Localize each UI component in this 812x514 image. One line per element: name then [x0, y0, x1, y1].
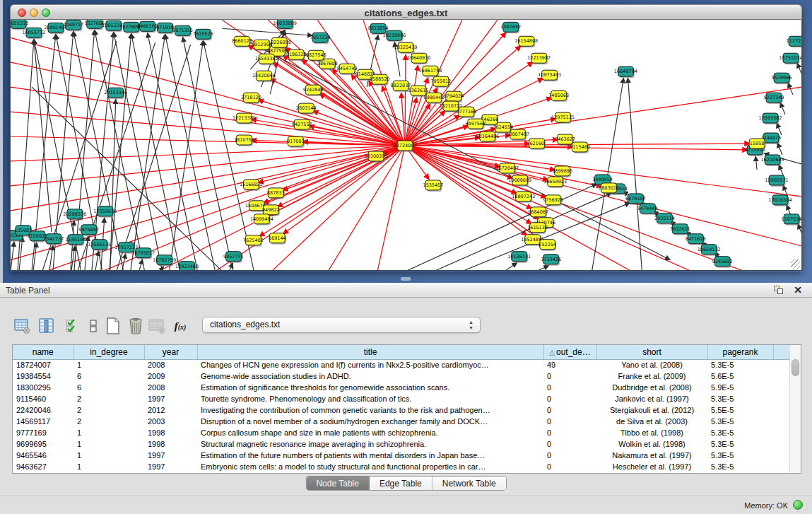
- cell[interactable]: Disruption of a novel member of a sodium…: [197, 416, 543, 427]
- cell[interactable]: Structural magnetic resonance image aver…: [197, 438, 543, 450]
- cell[interactable]: 2: [73, 393, 144, 404]
- cell[interactable]: Wolkin et al. (1998): [596, 438, 707, 450]
- cell[interactable]: 9465546: [13, 450, 73, 461]
- cell[interactable]: [773, 359, 790, 370]
- cell[interactable]: 1998: [144, 438, 197, 450]
- cell[interactable]: 2003: [144, 416, 197, 427]
- table-row[interactable]: 2242004622012Investigating the contribut…: [13, 404, 790, 416]
- cell[interactable]: Yano et al. (2008): [596, 359, 707, 370]
- cell[interactable]: [773, 427, 790, 438]
- cell[interactable]: 9115460: [13, 393, 73, 404]
- cell[interactable]: 5.3E-5: [707, 359, 773, 370]
- cell[interactable]: 19384554: [13, 370, 73, 382]
- create-table-button[interactable]: [104, 317, 122, 335]
- citation-network-graph[interactable]: 1872400720553131405571220891406104971715…: [11, 20, 801, 271]
- cell[interactable]: 5.6E-5: [707, 370, 773, 382]
- cell[interactable]: 22420046: [13, 404, 73, 416]
- cell[interactable]: 0: [543, 370, 596, 382]
- cell[interactable]: 1: [73, 359, 144, 370]
- float-panel-icon[interactable]: [774, 286, 784, 295]
- cell[interactable]: 9463627: [13, 461, 73, 472]
- cell[interactable]: Nakamura et al. (1997): [596, 450, 707, 461]
- network-canvas[interactable]: 1872400720553131405571220891406104971715…: [10, 20, 802, 271]
- cell[interactable]: [773, 461, 790, 472]
- cell[interactable]: Tourette syndrome. Phenomenology and cla…: [197, 393, 543, 404]
- cell[interactable]: 1: [73, 461, 144, 472]
- row-height-button[interactable]: [84, 317, 102, 335]
- cell[interactable]: 0: [543, 404, 596, 416]
- cell[interactable]: Jankovic et al. (1997): [596, 393, 707, 404]
- cell[interactable]: 0: [543, 450, 596, 461]
- cell[interactable]: Embryonic stem cells: a model to study s…: [197, 461, 543, 472]
- cell[interactable]: 5.3E-5: [707, 450, 773, 461]
- table-row[interactable]: 911546021997Tourette syndrome. Phenomeno…: [13, 393, 790, 404]
- cell[interactable]: 6: [73, 370, 144, 382]
- cell[interactable]: 0: [543, 461, 596, 472]
- cell[interactable]: 2008: [144, 359, 197, 370]
- cell[interactable]: 1: [73, 438, 144, 450]
- cell[interactable]: Corpus callosum shape and size in male p…: [197, 427, 543, 438]
- cell[interactable]: 18724007: [13, 359, 73, 370]
- table-scrollbar[interactable]: [789, 345, 801, 473]
- cell[interactable]: Hescheler et al. (1997): [596, 461, 707, 472]
- delete-table-button[interactable]: [126, 317, 145, 335]
- cell[interactable]: 0: [543, 393, 596, 404]
- cell[interactable]: 14569117: [13, 416, 73, 427]
- cell[interactable]: Dudbridge et al. (2008): [596, 382, 707, 393]
- close-panel-icon[interactable]: ✕: [794, 284, 802, 296]
- cell[interactable]: 2012: [144, 404, 197, 416]
- cell[interactable]: Estimation of the future numbers of pati…: [197, 450, 543, 461]
- cell[interactable]: 5.9E-5: [707, 382, 773, 393]
- function-builder-button[interactable]: f(x): [171, 317, 189, 335]
- cell[interactable]: 1: [73, 450, 144, 461]
- table-scrollbar-thumb[interactable]: [792, 359, 799, 376]
- cell[interactable]: 0: [543, 382, 596, 393]
- table-settings-button[interactable]: [13, 317, 31, 335]
- cell[interactable]: 5.3E-5: [707, 427, 773, 438]
- cell[interactable]: 0: [543, 427, 596, 438]
- column-header-pagerank[interactable]: pagerank: [707, 345, 773, 359]
- column-header-title[interactable]: title: [197, 345, 543, 359]
- column-header-year[interactable]: year: [144, 345, 197, 359]
- table-row[interactable]: 1456911722003Disruption of a novel membe…: [13, 416, 790, 427]
- table-selector-dropdown[interactable]: citations_edges.txt ▲▼: [202, 317, 481, 333]
- cell[interactable]: 5.3E-5: [707, 461, 773, 472]
- cell[interactable]: 9777169: [13, 427, 73, 438]
- tab-edge-table[interactable]: Edge Table: [370, 477, 433, 490]
- cell[interactable]: Investigating the contribution of common…: [197, 404, 543, 416]
- table-row[interactable]: 1938455462009Genome-wide association stu…: [13, 370, 790, 382]
- cell[interactable]: Tibbo et al. (1998): [596, 427, 707, 438]
- column-header-out_de…[interactable]: △out_de…: [543, 345, 596, 359]
- cell[interactable]: 2: [73, 416, 144, 427]
- cell[interactable]: 5.5E-5: [707, 404, 773, 416]
- table-row[interactable]: 946554611997Estimation of the future num…: [13, 450, 790, 461]
- cell[interactable]: 0: [543, 416, 596, 427]
- table-header-row[interactable]: namein_degreeyeartitle△out_de…shortpager…: [13, 345, 790, 359]
- show-columns-button[interactable]: [37, 317, 56, 335]
- cell[interactable]: 49: [543, 359, 596, 370]
- select-rows-button[interactable]: [63, 317, 81, 335]
- column-header-filler[interactable]: [773, 345, 790, 359]
- node-table[interactable]: namein_degreeyeartitle△out_de…shortpager…: [12, 344, 801, 474]
- cell[interactable]: [773, 382, 790, 393]
- cell[interactable]: 2009: [144, 370, 197, 382]
- cell[interactable]: [773, 450, 790, 461]
- cell[interactable]: [773, 438, 790, 450]
- tab-network-table[interactable]: Network Table: [433, 477, 506, 490]
- cell[interactable]: Franke et al. (2009): [596, 370, 707, 382]
- splitter-handle[interactable]: [401, 277, 411, 281]
- cell[interactable]: [773, 370, 790, 382]
- column-header-short[interactable]: short: [596, 345, 707, 359]
- cell[interactable]: 2: [73, 404, 144, 416]
- table-row[interactable]: 1830029562008Estimation of significance …: [13, 382, 790, 393]
- cell[interactable]: 5.3E-5: [707, 393, 773, 404]
- table-row[interactable]: 1872400712008Changes of HCN gene express…: [13, 359, 790, 370]
- cell[interactable]: 9699695: [13, 438, 73, 450]
- table-row[interactable]: 969969511998Structural magnetic resonanc…: [13, 438, 790, 450]
- cell[interactable]: 2008: [144, 382, 197, 393]
- resize-grip-icon[interactable]: [791, 259, 800, 269]
- cell[interactable]: 0: [543, 438, 596, 450]
- network-window-titlebar[interactable]: citations_edges.txt: [10, 4, 802, 20]
- cell[interactable]: 6: [73, 382, 144, 393]
- cell[interactable]: 18300295: [13, 382, 73, 393]
